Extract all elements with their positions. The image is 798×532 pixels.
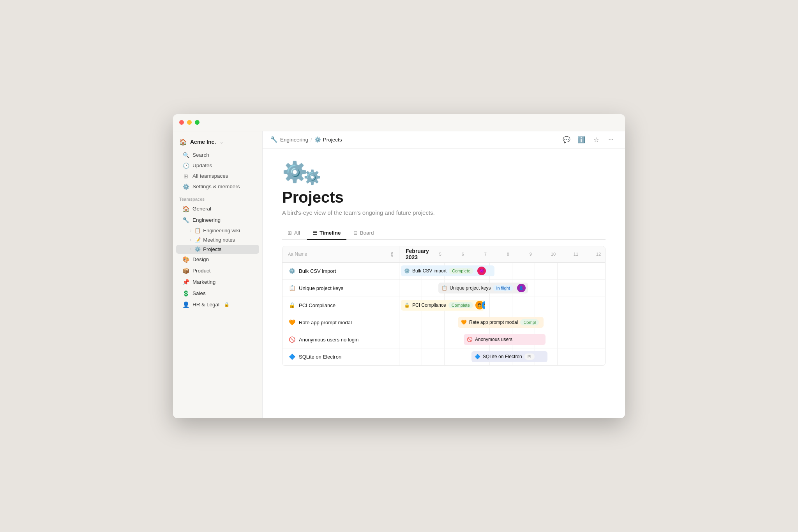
sidebar-item-projects-label: Projects bbox=[203, 246, 221, 252]
status-unique-keys: In flight bbox=[493, 285, 513, 291]
main-layout: 🏠 Acme Inc. ⌄ 🔍 Search 🕐 Updates ⊞ All t… bbox=[173, 131, 625, 418]
row-bulk-csv[interactable]: ⚙️ Bulk CSV import bbox=[282, 263, 399, 280]
row-unique-keys-label: Unique project keys bbox=[299, 285, 343, 291]
row-sqlite[interactable]: 🔷 SQLite on Electron bbox=[282, 348, 399, 366]
anon-icon: 🚫 bbox=[288, 336, 296, 343]
design-icon: 🎨 bbox=[182, 256, 189, 263]
gantt-bar-sqlite[interactable]: 🔷 SQLite on Electron Pl bbox=[471, 351, 547, 362]
timeline-grid-panel: February 2023 5 6 7 8 9 10 11 12 bbox=[399, 246, 605, 366]
comment-button[interactable]: 💬 bbox=[560, 133, 573, 146]
engineering-icon: 🔧 bbox=[182, 217, 189, 224]
gantt-bar-anon[interactable]: 🚫 Anonymous users bbox=[464, 334, 546, 345]
date-6: 6 bbox=[452, 252, 474, 256]
breadcrumb-parent[interactable]: Engineering bbox=[280, 137, 308, 143]
timeline-names-header: Aa Name ⟪ bbox=[282, 246, 399, 263]
name-header-text: Name bbox=[295, 251, 307, 257]
tab-board[interactable]: ⊟ Board bbox=[348, 227, 380, 240]
gantt-pci-icon: 🔒 bbox=[404, 302, 410, 308]
updates-icon: 🕐 bbox=[182, 163, 189, 169]
month-label: February 2023 bbox=[406, 248, 429, 260]
row-pci[interactable]: 🔒 PCI Compliance bbox=[282, 297, 399, 314]
sidebar-item-teamspaces[interactable]: ⊞ All teamspaces bbox=[176, 171, 259, 181]
sidebar-item-design[interactable]: 🎨 Design bbox=[176, 254, 259, 265]
month-navigation: February 2023 bbox=[406, 248, 429, 260]
sidebar-item-settings[interactable]: ⚙️ Settings & members bbox=[176, 182, 259, 192]
row-unique-keys[interactable]: 📋 Unique project keys bbox=[282, 280, 399, 297]
sidebar-item-projects[interactable]: › ⚙️ Projects bbox=[176, 245, 259, 254]
wiki-icon: 📋 bbox=[194, 228, 201, 233]
info-button[interactable]: ℹ️ bbox=[575, 133, 588, 146]
more-button[interactable]: ··· bbox=[605, 133, 617, 146]
sidebar-item-engineering[interactable]: 🔧 Engineering bbox=[176, 215, 259, 226]
star-button[interactable]: ☆ bbox=[590, 133, 602, 146]
tab-timeline-label: Timeline bbox=[320, 230, 341, 236]
workspace-selector[interactable]: 🏠 Acme Inc. ⌄ bbox=[173, 136, 262, 150]
sidebar-item-general[interactable]: 🏠 General bbox=[176, 203, 259, 214]
sidebar-item-updates[interactable]: 🕐 Updates bbox=[176, 161, 259, 171]
gantt-pci-label: PCI Compliance bbox=[412, 302, 446, 308]
tab-timeline[interactable]: ☰ Timeline bbox=[307, 227, 346, 240]
row-anon-users[interactable]: 🚫 Anonymous users no login bbox=[282, 331, 399, 348]
date-8: 8 bbox=[497, 252, 519, 256]
tab-all[interactable]: ⊞ All bbox=[282, 227, 305, 240]
avatar-bulk-csv: 😈 bbox=[477, 267, 486, 275]
sidebar-item-product-label: Product bbox=[192, 268, 211, 274]
close-button[interactable] bbox=[179, 120, 184, 125]
gantt-anon-label: Anonymous users bbox=[475, 337, 512, 342]
sqlite-icon: 🔷 bbox=[288, 353, 296, 360]
teamspaces-icon: ⊞ bbox=[182, 173, 189, 179]
breadcrumb: 🔧 Engineering / ⚙️ Projects bbox=[270, 136, 342, 143]
timeline-row-unique-keys: 📋 Unique project keys In flight 👤 bbox=[399, 280, 605, 297]
gantt-bulk-csv-label: Bulk CSV import bbox=[412, 268, 447, 274]
sidebar-item-sales-label: Sales bbox=[192, 290, 206, 296]
gantt-sqlite-icon: 🔷 bbox=[475, 354, 480, 359]
timeline-grid-body: ⚙️ Bulk CSV import Complete 😈 📋 bbox=[399, 263, 605, 366]
sidebar-item-search[interactable]: 🔍 Search bbox=[176, 150, 259, 160]
name-header-icon: Aa bbox=[288, 252, 293, 256]
row-pci-label: PCI Compliance bbox=[299, 302, 335, 308]
date-9: 9 bbox=[519, 252, 542, 256]
gantt-bar-rate-app[interactable]: 🧡 Rate app prompt modal Compl bbox=[458, 317, 544, 328]
dates-area: 5 6 7 8 9 10 11 12 bbox=[429, 246, 605, 262]
gantt-bar-bulk-csv[interactable]: ⚙️ Bulk CSV import Complete 😈 bbox=[401, 265, 494, 276]
sidebar-item-engineering-wiki[interactable]: › 📋 Engineering wiki bbox=[176, 226, 259, 235]
status-bulk-csv: Complete bbox=[449, 268, 473, 274]
titlebar bbox=[173, 114, 625, 131]
sales-icon: 💲 bbox=[182, 290, 189, 297]
chevron-down-icon: › bbox=[190, 247, 191, 251]
sidebar-item-meeting-notes[interactable]: › 📝 Meeting notes bbox=[176, 235, 259, 244]
row-bulk-csv-label: Bulk CSV import bbox=[299, 268, 336, 274]
gantt-bar-pci[interactable]: 🔒 PCI Compliance Complete 👩 👦 bbox=[401, 300, 485, 311]
status-sqlite: Pl bbox=[524, 353, 535, 360]
breadcrumb-parent-icon: 🔧 bbox=[270, 136, 278, 143]
row-rate-app-label: Rate app prompt modal bbox=[299, 320, 352, 325]
collapse-button[interactable]: ⟪ bbox=[390, 251, 394, 257]
gantt-anon-icon: 🚫 bbox=[467, 337, 473, 342]
sidebar-item-hr-label: HR & Legal bbox=[192, 302, 219, 308]
sidebar-item-marketing[interactable]: 📌 Marketing bbox=[176, 277, 259, 288]
timeline-row-rate-app: 🧡 Rate app prompt modal Compl bbox=[399, 314, 605, 331]
sidebar: 🏠 Acme Inc. ⌄ 🔍 Search 🕐 Updates ⊞ All t… bbox=[173, 131, 263, 418]
marketing-icon: 📌 bbox=[182, 279, 189, 286]
teamspaces-section-label: Teamspaces bbox=[173, 192, 262, 203]
timeline-names-panel: Aa Name ⟪ ⚙️ Bulk CSV import 📋 Unique pr… bbox=[282, 246, 399, 366]
status-pci: Complete bbox=[448, 302, 473, 308]
gantt-rate-app-icon: 🧡 bbox=[461, 320, 467, 325]
minimize-button[interactable] bbox=[187, 120, 192, 125]
sidebar-item-settings-label: Settings & members bbox=[192, 184, 240, 189]
sidebar-item-product[interactable]: 📦 Product bbox=[176, 265, 259, 276]
date-5: 5 bbox=[429, 252, 452, 256]
maximize-button[interactable] bbox=[195, 120, 200, 125]
date-11: 11 bbox=[565, 252, 587, 256]
gantt-bar-unique-keys[interactable]: 📋 Unique project keys In flight 👤 bbox=[438, 283, 528, 293]
sidebar-item-hr-legal[interactable]: 👤 HR & Legal 🔒 bbox=[176, 299, 259, 310]
sidebar-item-sales[interactable]: 💲 Sales bbox=[176, 288, 259, 299]
timeline-row-bulk-csv: ⚙️ Bulk CSV import Complete 😈 bbox=[399, 263, 605, 280]
name-column-header: Aa Name bbox=[288, 251, 307, 257]
row-rate-app[interactable]: 🧡 Rate app prompt modal bbox=[282, 314, 399, 331]
tabs-bar: ⊞ All ☰ Timeline ⊟ Board bbox=[282, 227, 606, 240]
timeline-view: Aa Name ⟪ ⚙️ Bulk CSV import 📋 Unique pr… bbox=[282, 246, 606, 366]
row-anon-label: Anonymous users no login bbox=[299, 337, 358, 343]
workspace-name: Acme Inc. bbox=[190, 139, 216, 145]
breadcrumb-separator: / bbox=[311, 137, 312, 143]
